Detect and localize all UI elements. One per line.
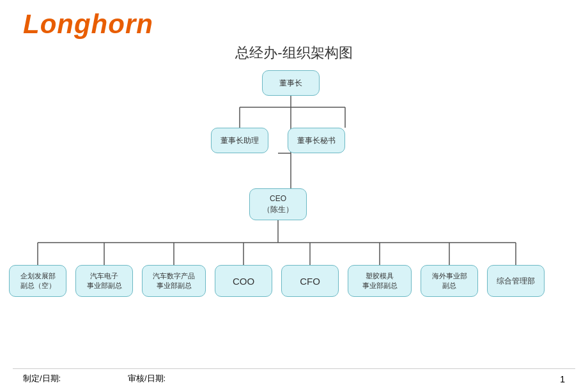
node-coo: COO — [215, 265, 272, 297]
page-title: 总经办-组织架构图 — [0, 43, 588, 63]
footer-audit: 审核/日期: — [128, 373, 166, 384]
node-chairman: 董事长 — [262, 70, 320, 96]
org-chart: 董事长 董事长助理 董事长秘书 CEO （陈生） 企划发展部 副总（空） 汽车电… — [0, 64, 588, 366]
node-dept8: 综合管理部 — [487, 265, 545, 297]
node-dept6: 塑胶模具 事业部副总 — [348, 265, 412, 297]
footer-made: 制定/日期: — [23, 373, 61, 384]
node-ceo: CEO （陈生） — [249, 188, 307, 220]
footer-divider — [13, 368, 575, 369]
logo: Longhorn — [23, 9, 153, 40]
footer-page: 1 — [560, 374, 565, 384]
node-dept3: 汽车数字产品 事业部副总 — [142, 265, 206, 297]
node-dept7: 海外事业部 副总 — [421, 265, 478, 297]
node-assistant: 董事长助理 — [211, 128, 268, 153]
node-cfo: CFO — [281, 265, 339, 297]
node-secretary: 董事长秘书 — [288, 128, 345, 153]
node-dept2: 汽车电子 事业部副总 — [75, 265, 133, 297]
node-dept1: 企划发展部 副总（空） — [9, 265, 66, 297]
